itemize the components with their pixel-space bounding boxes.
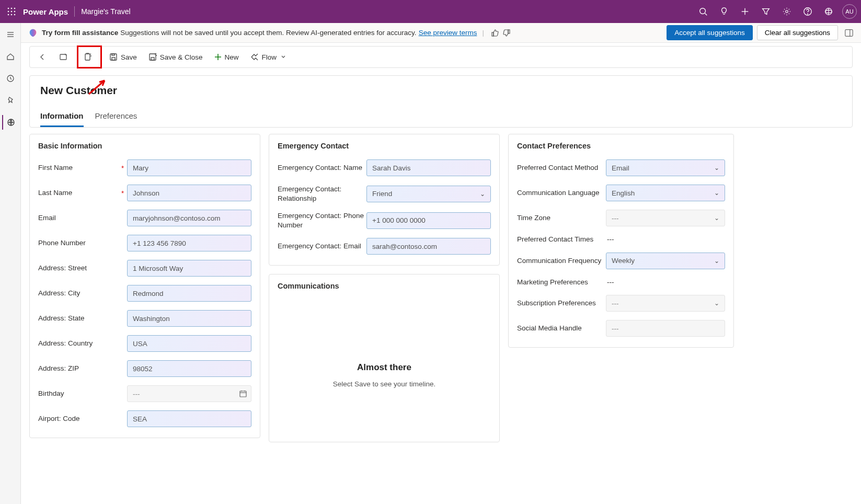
tab-information[interactable]: Information [40, 111, 84, 127]
input-emerg-email[interactable]: sarah@contoso.com [366, 238, 491, 255]
svg-point-2 [14, 8, 16, 9]
banner-title: Try form fill assistance [42, 29, 118, 37]
section-title: Contact Preferences [517, 142, 725, 150]
label-country: Address: Country [38, 339, 127, 348]
label-phone: Phone Number [38, 238, 127, 248]
label-comm-language: Communication Language [517, 188, 606, 198]
divider [74, 6, 75, 17]
label-contact-times: Preferred Contact Times [517, 235, 606, 244]
svg-rect-32 [112, 58, 115, 60]
thumbs-down-icon[interactable] [501, 29, 512, 37]
label-comm-frequency: Communication Frequency [517, 256, 606, 266]
svg-rect-27 [845, 29, 853, 36]
nav-customers-icon[interactable] [2, 115, 19, 130]
svg-point-9 [700, 8, 706, 14]
input-phone[interactable]: +1 123 456 7890 [127, 235, 251, 251]
clear-all-button[interactable]: Clear all suggestions [757, 25, 838, 40]
input-last-name[interactable]: Johnson [127, 185, 251, 201]
section-title: Emergency Contact [278, 142, 491, 150]
user-avatar[interactable]: AU [842, 4, 857, 19]
form-body[interactable]: Basic Information First Name*Mary Last N… [29, 134, 859, 442]
value-contact-times[interactable]: --- [606, 235, 725, 243]
label-state: Address: State [38, 314, 127, 323]
save-close-button[interactable]: Save & Close [143, 48, 208, 66]
svg-point-3 [8, 11, 9, 13]
chevron-down-icon: ⌄ [714, 300, 719, 307]
label-subscription-prefs: Subscription Preferences [517, 299, 606, 308]
label-street: Address: Street [38, 264, 127, 273]
filter-icon[interactable] [755, 0, 776, 23]
thumbs-up-icon[interactable] [489, 29, 501, 37]
tab-preferences[interactable]: Preferences [95, 111, 137, 127]
nav-recent-icon[interactable] [2, 71, 19, 86]
search-icon[interactable] [693, 0, 714, 23]
svg-point-4 [11, 11, 13, 13]
label-time-zone: Time Zone [517, 213, 606, 223]
input-emerg-name[interactable]: Sarah Davis [366, 159, 491, 176]
nav-collapse-icon[interactable] [2, 27, 19, 42]
svg-rect-35 [151, 58, 154, 60]
left-nav-rail [0, 23, 21, 504]
chevron-down-icon: ⌄ [714, 189, 719, 197]
form-tabs: Information Preferences [40, 111, 842, 127]
help-icon[interactable] [797, 0, 818, 23]
select-subscription-prefs[interactable]: ---⌄ [606, 295, 725, 312]
calendar-icon[interactable] [239, 390, 247, 397]
input-emerg-phone[interactable]: +1 000 000 0000 [366, 212, 491, 229]
select-comm-language[interactable]: English⌄ [606, 185, 725, 201]
chevron-down-icon: ⌄ [480, 190, 485, 198]
label-emerg-phone: Emergency Contact: Phone Number [278, 211, 366, 230]
environment-icon[interactable] [818, 0, 839, 23]
preview-terms-link[interactable]: See preview terms [419, 29, 477, 37]
flow-button[interactable]: Flow [245, 48, 295, 66]
accept-all-button[interactable]: Accept all suggestions [667, 25, 752, 40]
svg-point-0 [8, 8, 9, 9]
record-header: New Customer Information Preferences [29, 75, 853, 128]
nav-home-icon[interactable] [2, 49, 19, 64]
input-airport-code[interactable]: SEA [127, 410, 251, 427]
page-title: New Customer [40, 84, 842, 97]
svg-point-8 [14, 14, 16, 16]
save-button[interactable]: Save [104, 48, 142, 66]
copilot-pane-icon[interactable] [844, 28, 854, 38]
value-marketing-prefs[interactable]: --- [606, 278, 725, 286]
lightbulb-icon[interactable] [714, 0, 734, 23]
timeline-empty-subtitle: Select Save to see your timeline. [278, 380, 491, 388]
section-contact-preferences: Contact Preferences Preferred Contact Me… [508, 134, 734, 348]
label-last-name: Last Name [38, 189, 72, 197]
label-marketing-prefs: Marketing Preferences [517, 278, 606, 287]
app-launcher-icon[interactable] [4, 7, 19, 16]
svg-rect-26 [508, 30, 510, 33]
svg-rect-30 [85, 54, 90, 60]
app-name-label: Margie's Travel [81, 7, 130, 16]
open-pane-button[interactable] [55, 48, 75, 66]
banner-text: Suggestions will not be saved until you … [120, 29, 416, 37]
input-zip[interactable]: 98052 [127, 360, 251, 377]
input-first-name[interactable]: Mary [127, 159, 251, 176]
svg-rect-33 [112, 54, 114, 55]
input-state[interactable]: Washington [127, 310, 251, 327]
input-street[interactable]: 1 Microsoft Way [127, 260, 251, 277]
select-time-zone[interactable]: ---⌄ [606, 210, 725, 226]
input-email[interactable]: maryjohnson@contoso.com [127, 210, 251, 226]
select-contact-method[interactable]: Email⌄ [606, 159, 725, 176]
label-email: Email [38, 213, 127, 223]
select-comm-frequency[interactable]: Weekly⌄ [606, 253, 725, 269]
add-icon[interactable] [734, 0, 755, 23]
svg-point-14 [786, 10, 788, 13]
input-birthday[interactable]: --- [127, 385, 251, 402]
form-fill-banner: Try form fill assistance Suggestions wil… [21, 23, 861, 43]
label-social-handle: Social Media Handle [517, 324, 606, 333]
back-button[interactable] [34, 48, 54, 66]
smart-paste-button[interactable] [79, 48, 100, 66]
svg-rect-34 [150, 54, 156, 60]
input-social-handle[interactable]: --- [606, 320, 725, 337]
input-city[interactable]: Redmond [127, 285, 251, 302]
settings-icon[interactable] [776, 0, 797, 23]
select-emerg-rel[interactable]: Friend⌄ [366, 186, 491, 202]
input-country[interactable]: USA [127, 335, 251, 352]
new-button[interactable]: New [209, 48, 244, 66]
nav-pinned-icon[interactable] [2, 93, 19, 108]
svg-point-5 [14, 11, 16, 13]
label-birthday: Birthday [38, 389, 127, 398]
